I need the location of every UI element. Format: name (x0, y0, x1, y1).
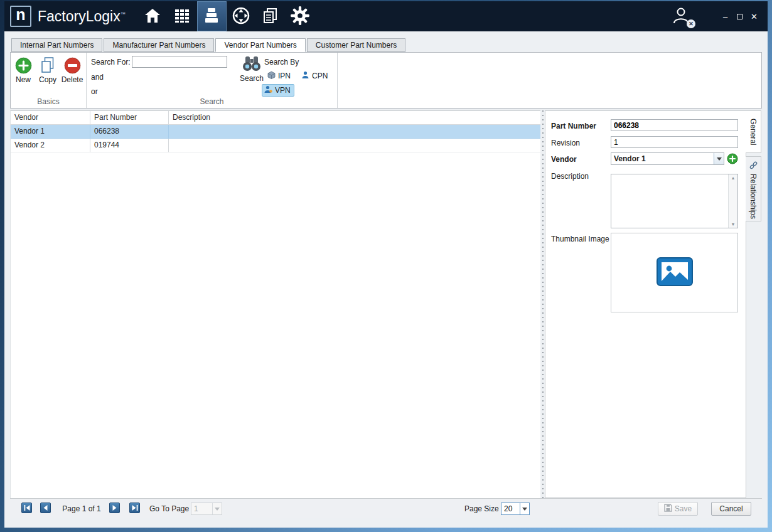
table-row[interactable]: Vendor 2 019744 (11, 139, 540, 152)
search-by-ipn-option[interactable]: IPN (265, 70, 294, 82)
side-tab-relationships[interactable]: Relationships (746, 156, 761, 221)
description-textarea[interactable]: ▲ ▼ (611, 174, 738, 228)
part-number-tabs: Internal Part Numbers Manufacturer Part … (11, 38, 407, 52)
new-button[interactable]: New (11, 56, 35, 84)
nav-dispatch[interactable] (227, 1, 256, 31)
ribbon-group-basics: New Copy (11, 53, 87, 108)
table-header: Vendor Part Number Description (11, 111, 540, 125)
copy-button[interactable]: Copy (36, 56, 60, 84)
minimize-button[interactable]: – (718, 9, 732, 24)
window-controls: – ✕ (718, 9, 761, 24)
vendor-dropdown[interactable]: Vendor 1 (611, 152, 724, 165)
titlebar: n FactoryLogix™ (4, 1, 768, 31)
splitter-dots (542, 110, 544, 498)
nav-planning[interactable] (168, 1, 197, 31)
column-header-part-number[interactable]: Part Number (90, 111, 169, 124)
maximize-icon (737, 14, 743, 19)
go-to-page-input[interactable]: 1 (191, 503, 222, 515)
new-icon (11, 56, 35, 75)
home-icon (144, 8, 161, 26)
user-status-button[interactable]: ✕ (672, 6, 693, 27)
thumbnail-image-dropzone[interactable] (611, 233, 738, 312)
search-for-label: Search For: (91, 58, 131, 66)
bottom-bar: Page 1 of 1 Go To Page 1 Page Size 20 (10, 498, 762, 518)
first-page-button[interactable] (21, 503, 32, 513)
nav-documents[interactable] (256, 1, 286, 31)
side-tab-general[interactable]: General (746, 110, 761, 153)
nav-materials[interactable] (197, 1, 227, 31)
cancel-button[interactable]: Cancel (711, 502, 751, 516)
cancel-label: Cancel (719, 504, 743, 513)
column-header-description[interactable]: Description (169, 111, 540, 124)
thumbnail-image-label: Thumbnail Image (551, 235, 609, 243)
cell-vendor: Vendor 2 (11, 139, 90, 152)
page-size-value: 20 (501, 503, 520, 514)
tab-internal-part-numbers[interactable]: Internal Part Numbers (11, 38, 102, 52)
tab-vendor-part-numbers[interactable]: Vendor Part Numbers (215, 38, 305, 52)
save-icon (664, 504, 672, 514)
vpn-icon (264, 85, 272, 95)
add-vendor-button[interactable] (727, 153, 738, 164)
search-by-vpn-option[interactable]: VPN (262, 84, 294, 97)
titlebar-right: ✕ – ✕ (672, 1, 768, 31)
trademark: ™ (121, 11, 126, 17)
cpn-label: CPN (312, 72, 328, 80)
ipn-icon (267, 71, 276, 81)
link-icon (749, 161, 758, 171)
search-button[interactable]: Search (237, 55, 266, 83)
search-by-cpn-option[interactable]: CPN (299, 70, 331, 82)
cell-description (169, 125, 540, 139)
dispatch-icon (232, 6, 250, 27)
save-label: Save (675, 504, 692, 513)
side-tab-relationships-label: Relationships (749, 174, 758, 219)
part-number-input[interactable] (611, 119, 738, 131)
vendor-dropdown-value: Vendor 1 (611, 154, 714, 163)
close-button[interactable]: ✕ (747, 9, 761, 24)
tab-customer-part-numbers[interactable]: Customer Part Numbers (307, 38, 405, 52)
vendor-label: Vendor (551, 155, 577, 164)
or-label: or (91, 87, 98, 96)
page-size-dropdown[interactable]: 20 (501, 503, 530, 515)
tab-manufacturer-part-numbers[interactable]: Manufacturer Part Numbers (104, 38, 214, 52)
main-nav (138, 1, 315, 31)
revision-input[interactable] (611, 136, 738, 148)
previous-page-button[interactable] (40, 503, 51, 513)
app-logo-letter: n (16, 7, 25, 23)
planning-icon (174, 8, 190, 26)
maximize-button[interactable] (732, 9, 747, 24)
delete-button[interactable]: Delete (60, 56, 84, 84)
save-button[interactable]: Save (658, 502, 698, 516)
copy-label: Copy (36, 75, 60, 84)
delete-icon (60, 56, 84, 75)
panel-splitter[interactable] (540, 110, 545, 498)
go-to-page-arrow-icon (212, 503, 222, 514)
nav-settings[interactable] (286, 1, 315, 31)
app-logo: n (10, 6, 31, 27)
column-header-vendor[interactable]: Vendor (11, 111, 90, 124)
search-group-label: Search (87, 97, 337, 106)
ribbon-group-search: Search For: and or (87, 53, 338, 108)
settings-icon (290, 6, 310, 28)
table-row[interactable]: Vendor 1 066238 (11, 125, 540, 139)
page-size-label: Page Size (464, 504, 499, 513)
go-to-page-value: 1 (191, 503, 212, 514)
revision-label: Revision (551, 139, 580, 147)
app-title: FactoryLogix™ (38, 8, 126, 25)
copy-icon (36, 56, 60, 75)
nav-home[interactable] (138, 1, 168, 31)
cell-description (169, 139, 540, 152)
scroll-up-icon[interactable]: ▲ (729, 176, 737, 180)
part-number-label: Part Number (551, 122, 596, 130)
and-label: and (91, 73, 104, 82)
image-placeholder-icon (657, 257, 693, 288)
last-page-button[interactable] (129, 503, 140, 513)
dropdown-arrow-icon (714, 153, 724, 164)
search-for-input[interactable] (132, 56, 227, 68)
scroll-down-icon[interactable]: ▼ (729, 222, 737, 226)
app-window: n FactoryLogix™ (4, 1, 768, 528)
cell-vendor: Vendor 1 (11, 125, 90, 139)
description-scrollbar[interactable]: ▲ ▼ (728, 174, 737, 228)
ribbon-toolbar: New Copy (10, 52, 762, 109)
next-page-button[interactable] (109, 503, 120, 513)
logout-badge-icon: ✕ (687, 19, 695, 28)
